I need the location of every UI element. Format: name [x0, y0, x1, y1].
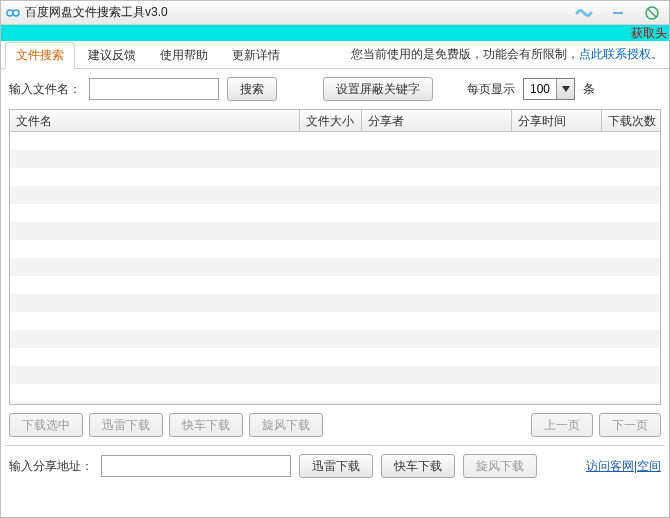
- share-kuaiche-button[interactable]: 快车下载: [381, 454, 455, 478]
- per-page-label: 每页显示: [467, 81, 515, 98]
- download-selected-button[interactable]: 下载选中: [9, 413, 83, 437]
- block-keywords-button[interactable]: 设置屏蔽关键字: [323, 77, 433, 101]
- tab-feedback[interactable]: 建议反馈: [77, 42, 147, 68]
- top-link-bar: 获取头: [1, 25, 669, 41]
- search-button[interactable]: 搜索: [227, 77, 277, 101]
- title-bar: 百度网盘文件搜索工具v3.0: [1, 1, 669, 25]
- svg-line-4: [648, 9, 656, 17]
- app-icon: [5, 5, 21, 21]
- kuaiche-download-button[interactable]: 快车下载: [169, 413, 243, 437]
- per-page-unit: 条: [583, 81, 595, 98]
- notice-text: 您当前使用的是免费版，功能会有所限制，点此联系授权。: [351, 46, 669, 63]
- filename-label: 输入文件名：: [9, 81, 81, 98]
- tabs-row: 文件搜索 建议反馈 使用帮助 更新详情 您当前使用的是免费版，功能会有所限制，点…: [1, 41, 669, 69]
- next-page-button[interactable]: 下一页: [599, 413, 661, 437]
- xuanfeng-download-button[interactable]: 旋风下载: [249, 413, 323, 437]
- svg-point-0: [7, 10, 13, 16]
- tab-label: 使用帮助: [160, 48, 208, 62]
- share-row: 输入分享地址： 迅雷下载 快车下载 旋风下载 访问客网|空间: [1, 446, 669, 486]
- window-title: 百度网盘文件搜索工具v3.0: [25, 4, 168, 21]
- col-download-count[interactable]: 下载次数: [602, 110, 660, 131]
- tab-updates[interactable]: 更新详情: [221, 42, 291, 68]
- share-xunlei-button[interactable]: 迅雷下载: [299, 454, 373, 478]
- prev-page-button[interactable]: 上一页: [531, 413, 593, 437]
- results-table[interactable]: 文件名 文件大小 分享者 分享时间 下载次数: [9, 109, 661, 405]
- top-link[interactable]: 获取头: [631, 26, 667, 40]
- chevron-down-icon[interactable]: [556, 79, 574, 99]
- window-btn-1[interactable]: [569, 3, 599, 23]
- notice-suffix: 。: [651, 47, 663, 61]
- per-page-select[interactable]: 100: [523, 78, 575, 100]
- share-label: 输入分享地址：: [9, 458, 93, 475]
- tab-help[interactable]: 使用帮助: [149, 42, 219, 68]
- notice-prefix: 您当前使用的是免费版，功能会有所限制，: [351, 47, 579, 61]
- svg-rect-2: [613, 12, 623, 14]
- col-sharer[interactable]: 分享者: [362, 110, 512, 131]
- svg-point-1: [13, 10, 19, 16]
- auth-link[interactable]: 点此联系授权: [579, 47, 651, 61]
- search-row: 输入文件名： 搜索 设置屏蔽关键字 每页显示 100 条: [1, 69, 669, 109]
- tab-label: 建议反馈: [88, 48, 136, 62]
- col-filesize[interactable]: 文件大小: [300, 110, 362, 131]
- col-share-time[interactable]: 分享时间: [512, 110, 602, 131]
- tab-label: 更新详情: [232, 48, 280, 62]
- window-buttons: [567, 1, 669, 25]
- share-url-input[interactable]: [101, 455, 291, 477]
- close-icon[interactable]: [637, 3, 667, 23]
- table-header: 文件名 文件大小 分享者 分享时间 下载次数: [10, 110, 660, 132]
- filename-input[interactable]: [89, 78, 219, 100]
- xunlei-download-button[interactable]: 迅雷下载: [89, 413, 163, 437]
- share-xuanfeng-button[interactable]: 旋风下载: [463, 454, 537, 478]
- window-btn-2[interactable]: [603, 3, 633, 23]
- col-filename[interactable]: 文件名: [10, 110, 300, 131]
- visit-site-link[interactable]: 访问客网|空间: [586, 458, 661, 475]
- footer-buttons: 下载选中 迅雷下载 快车下载 旋风下载 上一页 下一页: [1, 405, 669, 445]
- per-page-value: 100: [524, 82, 556, 96]
- tab-file-search[interactable]: 文件搜索: [5, 42, 75, 69]
- tab-label: 文件搜索: [16, 48, 64, 62]
